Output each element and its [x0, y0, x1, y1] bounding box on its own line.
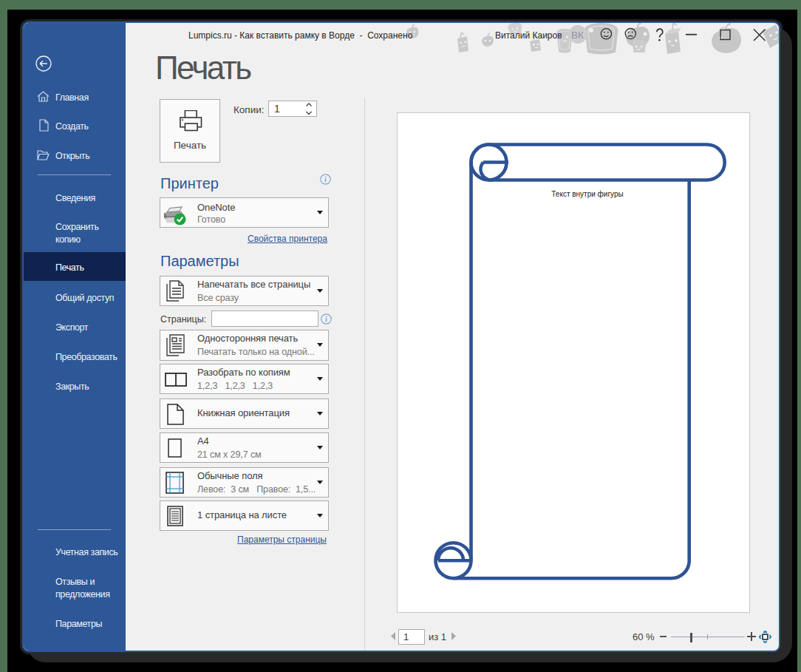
svg-text:Текст внутри фигуры: Текст внутри фигуры [551, 190, 623, 198]
